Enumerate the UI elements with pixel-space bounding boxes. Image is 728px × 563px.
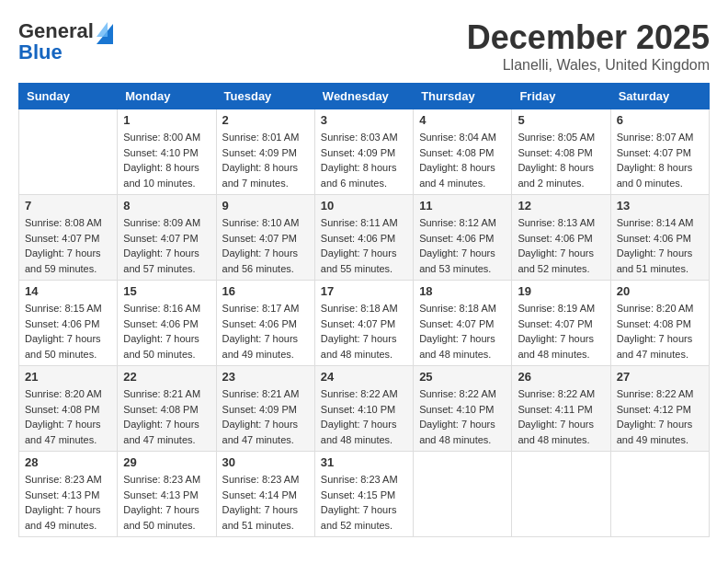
- day-info-line: Daylight: 7 hours: [222, 246, 309, 261]
- day-info-line: Sunrise: 8:22 AM: [617, 386, 703, 402]
- calendar-cell: 12Sunrise: 8:13 AMSunset: 4:06 PMDayligh…: [512, 195, 610, 281]
- day-info-line: Sunrise: 8:07 AM: [617, 130, 703, 145]
- day-info-line: Sunrise: 8:22 AM: [321, 386, 407, 402]
- day-info: Sunrise: 8:07 AMSunset: 4:07 PMDaylight:…: [617, 130, 703, 190]
- day-info-line: and 52 minutes.: [518, 261, 604, 277]
- calendar-cell: 26Sunrise: 8:22 AMSunset: 4:11 PMDayligh…: [512, 366, 610, 452]
- calendar-cell: 13Sunrise: 8:14 AMSunset: 4:06 PMDayligh…: [610, 195, 709, 281]
- calendar-cell: 16Sunrise: 8:17 AMSunset: 4:06 PMDayligh…: [216, 281, 314, 366]
- day-info-line: Sunrise: 8:12 AM: [419, 215, 506, 231]
- day-info-line: and 49 minutes.: [25, 518, 111, 534]
- day-info-line: Sunset: 4:13 PM: [25, 488, 111, 503]
- day-info: Sunrise: 8:20 AMSunset: 4:08 PMDaylight:…: [617, 301, 703, 362]
- day-info-line: Daylight: 7 hours: [25, 246, 111, 261]
- day-number: 5: [518, 113, 604, 127]
- calendar-cell: 11Sunrise: 8:12 AMSunset: 4:06 PMDayligh…: [414, 195, 512, 281]
- day-header-saturday: Saturday: [610, 84, 709, 109]
- calendar-cell: 23Sunrise: 8:21 AMSunset: 4:09 PMDayligh…: [216, 366, 314, 452]
- day-info: Sunrise: 8:15 AMSunset: 4:06 PMDaylight:…: [25, 301, 111, 362]
- day-info-line: Daylight: 7 hours: [419, 417, 506, 432]
- day-info-line: Daylight: 7 hours: [321, 502, 407, 518]
- calendar-cell: [512, 452, 610, 537]
- day-info-line: Sunrise: 8:20 AM: [617, 301, 703, 316]
- day-info-line: Sunset: 4:08 PM: [25, 402, 111, 418]
- calendar-cell: 3Sunrise: 8:03 AMSunset: 4:09 PMDaylight…: [314, 109, 413, 195]
- day-info-line: Sunset: 4:06 PM: [518, 231, 604, 247]
- day-info-line: Sunset: 4:07 PM: [25, 231, 111, 247]
- day-number: 18: [419, 284, 506, 298]
- day-info-line: and 48 minutes.: [518, 347, 604, 362]
- day-info-line: Sunrise: 8:21 AM: [123, 386, 210, 402]
- day-info-line: and 51 minutes.: [222, 518, 309, 534]
- calendar-cell: [19, 109, 118, 195]
- calendar-cell: 9Sunrise: 8:10 AMSunset: 4:07 PMDaylight…: [216, 195, 314, 281]
- calendar-cell: 28Sunrise: 8:23 AMSunset: 4:13 PMDayligh…: [19, 452, 118, 537]
- day-info: Sunrise: 8:04 AMSunset: 4:08 PMDaylight:…: [419, 130, 506, 190]
- svg-marker-1: [97, 22, 108, 37]
- day-info-line: and 6 minutes.: [321, 176, 407, 191]
- day-number: 30: [222, 455, 309, 469]
- day-info: Sunrise: 8:23 AMSunset: 4:13 PMDaylight:…: [25, 472, 111, 533]
- day-header-tuesday: Tuesday: [216, 84, 314, 109]
- calendar-cell: 31Sunrise: 8:23 AMSunset: 4:15 PMDayligh…: [314, 452, 413, 537]
- day-info-line: Sunset: 4:15 PM: [321, 488, 407, 503]
- day-info-line: Daylight: 7 hours: [518, 331, 604, 347]
- day-number: 28: [25, 455, 111, 469]
- day-info: Sunrise: 8:13 AMSunset: 4:06 PMDaylight:…: [518, 215, 604, 276]
- day-info-line: and 0 minutes.: [617, 176, 703, 191]
- day-info-line: Daylight: 7 hours: [419, 331, 506, 347]
- day-number: 26: [518, 370, 604, 384]
- day-info-line: Daylight: 8 hours: [123, 160, 210, 176]
- calendar-week-1: 1Sunrise: 8:00 AMSunset: 4:10 PMDaylight…: [19, 109, 710, 195]
- calendar-cell: 17Sunrise: 8:18 AMSunset: 4:07 PMDayligh…: [314, 281, 413, 366]
- day-info: Sunrise: 8:22 AMSunset: 4:10 PMDaylight:…: [419, 386, 506, 447]
- day-info-line: Daylight: 7 hours: [617, 246, 703, 261]
- day-info-line: Daylight: 8 hours: [222, 160, 309, 176]
- day-info-line: Daylight: 7 hours: [518, 417, 604, 432]
- day-number: 3: [321, 113, 407, 127]
- day-info: Sunrise: 8:03 AMSunset: 4:09 PMDaylight:…: [321, 130, 407, 190]
- calendar-week-3: 14Sunrise: 8:15 AMSunset: 4:06 PMDayligh…: [19, 281, 710, 366]
- day-info-line: Sunrise: 8:15 AM: [25, 301, 111, 316]
- day-info: Sunrise: 8:09 AMSunset: 4:07 PMDaylight:…: [123, 215, 210, 276]
- day-info-line: Sunrise: 8:03 AM: [321, 130, 407, 145]
- day-info-line: Sunrise: 8:19 AM: [518, 301, 604, 316]
- day-info-line: and 50 minutes.: [123, 347, 210, 362]
- day-number: 2: [222, 113, 309, 127]
- day-info: Sunrise: 8:08 AMSunset: 4:07 PMDaylight:…: [25, 215, 111, 276]
- day-info-line: Sunset: 4:07 PM: [518, 316, 604, 332]
- day-info-line: Daylight: 8 hours: [518, 160, 604, 176]
- day-info-line: Daylight: 7 hours: [321, 246, 407, 261]
- day-number: 19: [518, 284, 604, 298]
- month-title: December 2025: [467, 18, 710, 57]
- day-info-line: and 51 minutes.: [617, 261, 703, 277]
- calendar-cell: [610, 452, 709, 537]
- calendar-cell: 29Sunrise: 8:23 AMSunset: 4:13 PMDayligh…: [118, 452, 216, 537]
- day-info-line: Sunset: 4:09 PM: [222, 402, 309, 418]
- day-info-line: and 49 minutes.: [617, 432, 703, 448]
- day-info-line: Sunset: 4:10 PM: [321, 402, 407, 418]
- calendar-cell: [414, 452, 512, 537]
- day-info-line: Sunrise: 8:00 AM: [123, 130, 210, 145]
- day-number: 20: [617, 284, 703, 298]
- day-info-line: Daylight: 7 hours: [123, 417, 210, 432]
- day-info-line: Sunset: 4:08 PM: [123, 402, 210, 418]
- day-number: 16: [222, 284, 309, 298]
- day-info: Sunrise: 8:21 AMSunset: 4:09 PMDaylight:…: [222, 386, 309, 447]
- day-info-line: Sunset: 4:12 PM: [617, 402, 703, 418]
- day-info-line: Daylight: 8 hours: [617, 160, 703, 176]
- day-info-line: and 47 minutes.: [25, 432, 111, 448]
- day-info: Sunrise: 8:23 AMSunset: 4:13 PMDaylight:…: [123, 472, 210, 533]
- day-info-line: Daylight: 7 hours: [321, 417, 407, 432]
- calendar-cell: 19Sunrise: 8:19 AMSunset: 4:07 PMDayligh…: [512, 281, 610, 366]
- day-info-line: Daylight: 7 hours: [419, 246, 506, 261]
- day-info: Sunrise: 8:14 AMSunset: 4:06 PMDaylight:…: [617, 215, 703, 276]
- location: Llanelli, Wales, United Kingdom: [467, 57, 710, 74]
- day-info: Sunrise: 8:05 AMSunset: 4:08 PMDaylight:…: [518, 130, 604, 190]
- day-info: Sunrise: 8:21 AMSunset: 4:08 PMDaylight:…: [123, 386, 210, 447]
- day-info-line: Sunset: 4:08 PM: [518, 145, 604, 161]
- day-number: 14: [25, 284, 111, 298]
- logo: General Blue: [18, 18, 113, 64]
- calendar-cell: 25Sunrise: 8:22 AMSunset: 4:10 PMDayligh…: [414, 366, 512, 452]
- day-header-friday: Friday: [512, 84, 610, 109]
